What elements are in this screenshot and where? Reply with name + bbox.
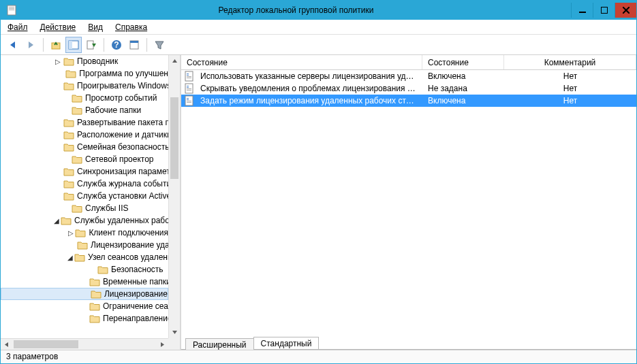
svg-rect-25 [187, 73, 189, 74]
filter-button[interactable] [151, 37, 168, 53]
toolbar-separator [43, 38, 44, 52]
column-state[interactable]: Состояние [422, 55, 504, 69]
list-row[interactable]: Задать режим лицензирования удаленных ра… [181, 95, 636, 107]
menu-view[interactable]: Вид [88, 22, 103, 32]
tree-item[interactable]: ▷Проводник [1, 55, 168, 67]
list-body[interactable]: Использовать указанные серверы лицензиро… [181, 70, 636, 334]
tree-item-label: Расположение и датчики [77, 130, 168, 139]
policy-icon [184, 71, 195, 82]
tree-item[interactable]: Службы IIS [1, 202, 168, 214]
expand-icon[interactable]: ▷ [67, 229, 74, 237]
tree-item[interactable]: Программа по улучшен [1, 67, 168, 80]
svg-rect-32 [187, 88, 191, 89]
svg-rect-36 [187, 99, 189, 100]
tree-item[interactable]: Рабочие папки [1, 104, 168, 116]
folder-icon [72, 154, 82, 164]
svg-rect-37 [187, 101, 191, 101]
svg-marker-19 [155, 42, 164, 49]
tree-item-label: Лицензирование [104, 289, 168, 299]
folder-icon [61, 216, 72, 225]
svg-rect-2 [9, 8, 14, 9]
folder-icon [63, 191, 74, 201]
tree-item-label: Семейная безопасность [77, 142, 168, 152]
list-row[interactable]: Использовать указанные серверы лицензиро… [181, 70, 636, 82]
svg-rect-4 [579, 12, 586, 13]
help-button[interactable]: ? [108, 37, 125, 53]
tree-item[interactable]: Лицензирование удал [1, 239, 168, 251]
hscroll-thumb[interactable] [14, 340, 78, 348]
back-button[interactable] [5, 37, 21, 53]
tree-item-label: Синхронизация параметр [77, 167, 168, 176]
collapse-icon[interactable]: ◢ [54, 217, 59, 225]
tree-item-label: Безопасность [111, 265, 164, 274]
tree-item[interactable]: Служба журнала событи [1, 178, 168, 190]
tree-item[interactable]: Синхронизация параметр [1, 165, 168, 178]
folder-icon [63, 142, 74, 152]
window-controls [571, 3, 636, 18]
scroll-thumb[interactable] [170, 97, 178, 179]
column-comment[interactable]: Комментарий [504, 55, 636, 69]
svg-rect-12 [69, 41, 72, 49]
statusbar: 3 параметров [1, 350, 636, 363]
menu-file[interactable]: Файл [7, 22, 28, 32]
tree-item-label: Программа по улучшен [79, 69, 168, 78]
tree-item[interactable]: Временные папки [1, 276, 168, 288]
svg-rect-31 [187, 87, 189, 88]
cell-comment: Нет [504, 96, 636, 105]
expand-icon[interactable]: ▷ [54, 58, 62, 65]
maximize-button[interactable] [593, 3, 615, 18]
window-title: Редактор локальной групповой политики [21, 5, 571, 15]
window: Редактор локальной групповой политики Фа… [0, 0, 637, 364]
svg-rect-28 [187, 78, 191, 78]
tree-item[interactable]: ◢Службы удаленных рабо [1, 214, 168, 227]
collapse-icon[interactable]: ◢ [67, 254, 73, 261]
forward-button[interactable] [22, 37, 39, 53]
export-button[interactable] [83, 37, 99, 53]
tree-item[interactable]: Перенаправление [1, 312, 168, 325]
tree-item[interactable]: Расположение и датчики [1, 129, 168, 141]
menu-action[interactable]: Действие [40, 22, 76, 32]
tree-item[interactable]: Проигрыватель Windows [1, 80, 168, 92]
menu-help[interactable]: Справка [115, 22, 147, 32]
list-pane: Состояние Состояние Комментарий Использо… [181, 55, 636, 350]
tree-item[interactable]: Лицензирование [1, 288, 168, 300]
svg-rect-1 [9, 7, 14, 7]
scroll-left-arrow[interactable] [1, 339, 12, 350]
minimize-button[interactable] [571, 3, 593, 18]
folder-icon [72, 105, 82, 115]
toolbar-separator-2 [104, 38, 104, 52]
folder-icon [89, 314, 100, 323]
up-button[interactable] [48, 37, 64, 53]
tree-item[interactable]: Служба установки Active [1, 190, 168, 202]
tree-item[interactable]: ▷Клиент подключения [1, 227, 168, 239]
tree-item[interactable]: Просмотр событий [1, 92, 168, 104]
column-name[interactable]: Состояние [181, 55, 422, 69]
tree[interactable]: ▷ПроводникПрограмма по улучшенПроигрыват… [1, 55, 168, 338]
vertical-scrollbar[interactable] [168, 55, 180, 338]
tree-item[interactable]: Ограничение сеан [1, 300, 168, 312]
menubar: Файл Действие Вид Справка [1, 20, 636, 35]
svg-rect-26 [187, 75, 189, 76]
folder-icon [91, 289, 102, 299]
tree-item-label: Ограничение сеан [103, 301, 168, 311]
tab-extended[interactable]: Расширенный [185, 338, 254, 350]
tree-item[interactable]: Сетевой проектор [1, 153, 168, 165]
close-button[interactable] [615, 3, 636, 18]
show-tree-button[interactable] [65, 37, 82, 53]
scroll-down-arrow[interactable] [169, 327, 180, 338]
list-row[interactable]: Скрывать уведомления о проблемах лицензи… [181, 82, 636, 95]
tree-item[interactable]: ◢Узел сеансов удаленн [1, 251, 168, 263]
tree-item[interactable]: Семейная безопасность [1, 141, 168, 153]
horizontal-scrollbar[interactable] [1, 338, 168, 350]
scroll-right-arrow[interactable] [157, 339, 168, 350]
tree-item[interactable]: Развертывание пакета пр [1, 116, 168, 129]
tree-item[interactable]: Безопасность [1, 263, 168, 276]
properties-button[interactable] [126, 37, 142, 53]
tree-item-label: Развертывание пакета пр [77, 118, 168, 127]
tree-item-label: Службы IIS [85, 203, 128, 213]
tab-standard[interactable]: Стандартный [253, 337, 320, 349]
tree-pane: ▷ПроводникПрограмма по улучшенПроигрыват… [1, 55, 181, 350]
svg-rect-30 [187, 86, 189, 86]
scroll-up-arrow[interactable] [169, 55, 180, 67]
tree-item-label: Служба установки Active [77, 191, 168, 201]
